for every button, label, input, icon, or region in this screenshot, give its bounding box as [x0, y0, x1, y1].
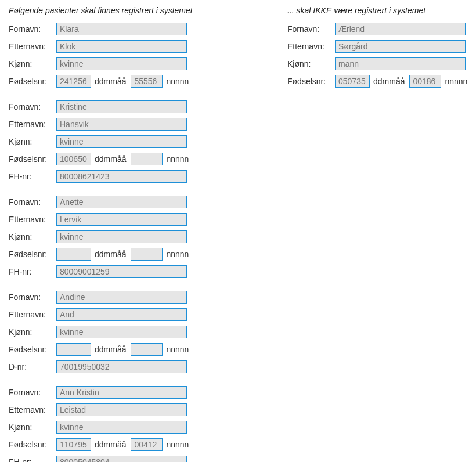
ddmmaa-suffix: ddmmåå — [95, 77, 126, 86]
fornavn-label: Fornavn: — [9, 24, 56, 34]
nnnnn-suffix: nnnnn — [166, 77, 189, 86]
fodselsnr-ddmmaa-input[interactable] — [335, 75, 370, 88]
fodselsnr-ddmmaa-input[interactable] — [56, 153, 91, 165]
etternavn-input[interactable] — [56, 118, 187, 131]
kjonn-label: Kjønn: — [9, 137, 56, 146]
not-registered-column: ... skal IKKE være registrert i systemet… — [287, 6, 473, 462]
fodselsnr-ddmmaa-input[interactable] — [56, 343, 91, 356]
nnnnn-suffix: nnnnn — [166, 250, 189, 259]
notregistered-patient-block: Fornavn:Etternavn:Kjønn:Fødselsnr:ddmmåå… — [287, 22, 473, 88]
fornavn-label: Fornavn: — [9, 293, 56, 302]
etternavn-label: Etternavn: — [9, 215, 56, 224]
etternavn-input[interactable] — [56, 40, 187, 53]
fodselsnr-label: Fødselsnr: — [9, 77, 56, 86]
fodselsnr-ddmmaa-input[interactable] — [56, 75, 91, 88]
kjonn-input[interactable] — [56, 421, 187, 434]
fhnr-input[interactable] — [56, 265, 187, 278]
registered-heading: Følgende pasienter skal finnes registrer… — [9, 6, 258, 15]
fornavn-input[interactable] — [56, 100, 187, 113]
kjonn-label: Kjønn: — [9, 59, 56, 68]
kjonn-input[interactable] — [335, 57, 466, 70]
kjonn-input[interactable] — [56, 135, 187, 148]
registered-patient-block: Fornavn:Etternavn:Kjønn:Fødselsnr:ddmmåå… — [9, 195, 258, 279]
etternavn-label: Etternavn: — [9, 42, 56, 51]
fodselsnr-label: Fødselsnr: — [9, 345, 56, 354]
fodselsnr-nnnnn-input[interactable] — [131, 248, 163, 261]
etternavn-label: Etternavn: — [9, 405, 56, 414]
fornavn-label: Fornavn: — [9, 197, 56, 207]
fodselsnr-nnnnn-input[interactable] — [131, 343, 163, 356]
kjonn-input[interactable] — [56, 57, 187, 70]
dnr-input[interactable] — [56, 360, 187, 373]
fornavn-input[interactable] — [56, 386, 187, 399]
fodselsnr-nnnnn-input[interactable] — [131, 75, 163, 88]
etternavn-label: Etternavn: — [9, 120, 56, 129]
fhnr-input[interactable] — [56, 170, 187, 183]
kjonn-input[interactable] — [56, 230, 187, 243]
fodselsnr-nnnnn-input[interactable] — [131, 438, 163, 451]
fhnr-label: FH-nr: — [9, 267, 56, 276]
registered-patient-block: Fornavn:Etternavn:Kjønn:Fødselsnr:ddmmåå… — [9, 290, 258, 374]
fornavn-input[interactable] — [56, 23, 187, 35]
ddmmaa-suffix: ddmmåå — [95, 250, 126, 259]
etternavn-label: Etternavn: — [9, 310, 56, 319]
etternavn-input[interactable] — [335, 40, 466, 53]
ddmmaa-suffix: ddmmåå — [95, 345, 126, 354]
registered-patient-block: Fornavn:Etternavn:Kjønn:Fødselsnr:ddmmåå… — [9, 100, 258, 183]
dnr-label: D-nr: — [9, 362, 56, 371]
fornavn-input[interactable] — [335, 23, 466, 35]
fornavn-label: Fornavn: — [287, 24, 335, 34]
fhnr-label: FH-nr: — [9, 172, 56, 181]
ddmmaa-suffix: ddmmåå — [373, 77, 405, 86]
kjonn-label: Kjønn: — [287, 59, 335, 68]
fhnr-input[interactable] — [56, 456, 187, 462]
fornavn-label: Fornavn: — [9, 388, 56, 397]
registered-column: Følgende pasienter skal finnes registrer… — [9, 6, 258, 462]
fornavn-input[interactable] — [56, 291, 187, 304]
fornavn-input[interactable] — [56, 196, 187, 208]
kjonn-label: Kjønn: — [9, 232, 56, 241]
fodselsnr-ddmmaa-input[interactable] — [56, 248, 91, 261]
kjonn-input[interactable] — [56, 326, 187, 338]
etternavn-input[interactable] — [56, 213, 187, 226]
nnnnn-suffix: nnnnn — [166, 154, 189, 164]
etternavn-label: Etternavn: — [287, 42, 335, 51]
fodselsnr-nnnnn-input[interactable] — [409, 75, 441, 88]
fhnr-label: FH-nr: — [9, 457, 56, 462]
registered-patient-block: Fornavn:Etternavn:Kjønn:Fødselsnr:ddmmåå… — [9, 385, 258, 462]
nnnnn-suffix: nnnnn — [445, 77, 467, 86]
etternavn-input[interactable] — [56, 403, 187, 416]
ddmmaa-suffix: ddmmåå — [95, 154, 126, 164]
fodselsnr-label: Fødselsnr: — [9, 440, 56, 449]
fodselsnr-label: Fødselsnr: — [9, 250, 56, 259]
ddmmaa-suffix: ddmmåå — [95, 440, 126, 449]
registered-patient-block: Fornavn:Etternavn:Kjønn:Fødselsnr:ddmmåå… — [9, 22, 258, 88]
nnnnn-suffix: nnnnn — [166, 345, 189, 354]
etternavn-input[interactable] — [56, 308, 187, 321]
fodselsnr-nnnnn-input[interactable] — [131, 153, 163, 165]
fornavn-label: Fornavn: — [9, 102, 56, 111]
kjonn-label: Kjønn: — [9, 327, 56, 337]
fodselsnr-ddmmaa-input[interactable] — [56, 438, 91, 451]
fodselsnr-label: Fødselsnr: — [287, 77, 335, 86]
not-registered-heading: ... skal IKKE være registrert i systemet — [287, 6, 473, 15]
kjonn-label: Kjønn: — [9, 423, 56, 432]
fodselsnr-label: Fødselsnr: — [9, 154, 56, 164]
nnnnn-suffix: nnnnn — [166, 440, 189, 449]
